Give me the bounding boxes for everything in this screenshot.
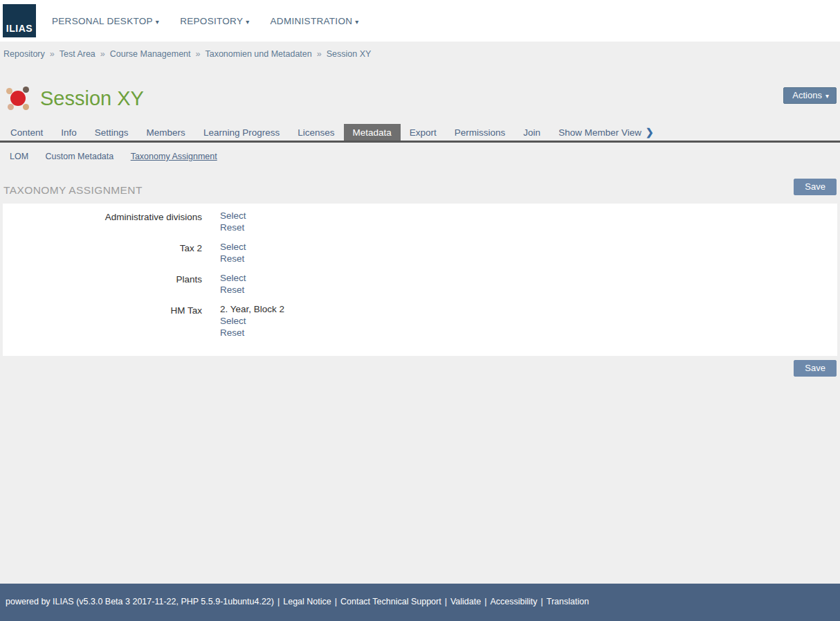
breadcrumb-separator: »: [50, 49, 55, 59]
menu-administration-label: ADMINISTRATION: [271, 16, 353, 26]
title-row: Session XY Actions▾: [0, 68, 840, 123]
taxonomy-assignment-form: Administrative divisions Select Reset Ta…: [3, 204, 837, 356]
tab-info[interactable]: Info: [52, 124, 86, 141]
footer-link-accessibility[interactable]: Accessibility: [490, 597, 537, 606]
subtab-custom-metadata[interactable]: Custom Metadata: [46, 152, 114, 161]
ilias-logo[interactable]: ILIAS: [3, 4, 36, 37]
footer-link-legal-notice[interactable]: Legal Notice: [283, 597, 331, 606]
select-link[interactable]: Select: [220, 241, 246, 253]
tab-permissions[interactable]: Permissions: [446, 124, 515, 141]
chevron-right-icon: ❯: [646, 127, 654, 138]
session-icon-dot: [23, 104, 29, 110]
footer-separator: |: [484, 597, 486, 606]
breadcrumb-separator: »: [100, 49, 105, 59]
footer-separator: |: [445, 597, 447, 606]
taxonomy-label: Plants: [3, 272, 202, 296]
session-icon-dot: [8, 104, 14, 110]
form-section-title: TAXONOMY ASSIGNMENT: [3, 184, 837, 197]
footer: powered by ILIAS (v5.3.0 Beta 3 2017-11-…: [0, 584, 840, 621]
subtab-bar: LOM Custom Metadata Taxonomy Assignment: [0, 143, 840, 169]
form-row-plants: Plants Select Reset: [3, 272, 837, 296]
save-button-top[interactable]: Save: [794, 179, 837, 195]
taxonomy-controls: 2. Year, Block 2 Select Reset: [220, 303, 284, 339]
footer-powered-by: powered by ILIAS (v5.3.0 Beta 3 2017-11-…: [6, 597, 274, 606]
breadcrumb-course-management[interactable]: Course Management: [110, 49, 191, 59]
footer-separator: |: [541, 597, 543, 606]
tab-metadata[interactable]: Metadata: [344, 124, 401, 141]
breadcrumb-repository[interactable]: Repository: [3, 49, 45, 59]
taxonomy-controls: Select Reset: [220, 241, 246, 264]
footer-separator: |: [335, 597, 337, 606]
breadcrumb-session-xy[interactable]: Session XY: [327, 49, 372, 59]
tab-members[interactable]: Members: [138, 124, 194, 141]
menu-administration[interactable]: ADMINISTRATION▾: [271, 16, 359, 26]
breadcrumb: Repository»Test Area»Course Management»T…: [0, 42, 840, 68]
taxonomy-label: Tax 2: [3, 241, 202, 264]
actions-button-label: Actions: [792, 90, 822, 100]
select-link[interactable]: Select: [220, 210, 246, 222]
form-row-administrative-divisions: Administrative divisions Select Reset: [3, 210, 837, 233]
footer-link-translation[interactable]: Translation: [547, 597, 589, 606]
tab-content[interactable]: Content: [1, 124, 52, 141]
caret-down-icon: ▾: [825, 92, 829, 100]
taxonomy-label: Administrative divisions: [3, 210, 202, 233]
menu-personal-desktop-label: PERSONAL DESKTOP: [52, 16, 153, 26]
bottom-toolbar: Save: [0, 356, 840, 377]
subtab-lom[interactable]: LOM: [10, 152, 28, 161]
reset-link[interactable]: Reset: [220, 222, 246, 233]
breadcrumb-test-area[interactable]: Test Area: [60, 49, 95, 59]
caret-down-icon: ▾: [246, 18, 249, 26]
save-button-bottom[interactable]: Save: [794, 360, 837, 377]
page-title: Session XY: [40, 87, 144, 110]
tab-show-member-view-label: Show Member View: [558, 127, 641, 138]
breadcrumb-separator: »: [317, 49, 322, 59]
subtab-taxonomy-assignment[interactable]: Taxonomy Assignment: [131, 152, 217, 161]
breadcrumb-taxonomien[interactable]: Taxonomien und Metadaten: [205, 49, 311, 59]
menu-repository[interactable]: REPOSITORY▾: [180, 16, 249, 26]
reset-link[interactable]: Reset: [220, 284, 246, 296]
caret-down-icon: ▾: [355, 18, 358, 26]
taxonomy-controls: Select Reset: [220, 272, 246, 296]
menu-repository-label: REPOSITORY: [180, 16, 243, 26]
main-menu: PERSONAL DESKTOP▾ REPOSITORY▾ ADMINISTRA…: [52, 16, 380, 26]
footer-link-validate[interactable]: Validate: [450, 597, 481, 606]
session-icon: [6, 86, 30, 111]
selected-taxonomy-node: 2. Year, Block 2: [220, 303, 284, 315]
taxonomy-controls: Select Reset: [220, 210, 246, 233]
select-link[interactable]: Select: [220, 272, 246, 284]
form-row-hm-tax: HM Tax 2. Year, Block 2 Select Reset: [3, 303, 837, 339]
tab-bar: Content Info Settings Members Learning P…: [0, 123, 840, 143]
session-icon-center: [10, 91, 26, 106]
tab-join[interactable]: Join: [514, 124, 549, 141]
tab-export[interactable]: Export: [401, 124, 446, 141]
actions-button[interactable]: Actions▾: [783, 87, 837, 104]
tab-learning-progress[interactable]: Learning Progress: [194, 124, 289, 141]
footer-link-contact-support[interactable]: Contact Technical Support: [340, 597, 441, 606]
form-section-header: TAXONOMY ASSIGNMENT Save: [0, 169, 840, 204]
menu-personal-desktop[interactable]: PERSONAL DESKTOP▾: [52, 16, 159, 26]
caret-down-icon: ▾: [156, 18, 159, 26]
session-icon-dot: [23, 87, 29, 93]
tab-show-member-view[interactable]: Show Member View❯: [549, 123, 663, 141]
select-link[interactable]: Select: [220, 315, 284, 327]
footer-separator: |: [277, 597, 280, 606]
top-header: ILIAS PERSONAL DESKTOP▾ REPOSITORY▾ ADMI…: [0, 0, 840, 42]
form-row-tax-2: Tax 2 Select Reset: [3, 241, 837, 264]
breadcrumb-separator: »: [196, 49, 201, 59]
tab-settings[interactable]: Settings: [86, 124, 138, 141]
tab-licenses[interactable]: Licenses: [289, 124, 343, 141]
reset-link[interactable]: Reset: [220, 327, 284, 339]
reset-link[interactable]: Reset: [220, 253, 246, 264]
taxonomy-label: HM Tax: [3, 303, 202, 339]
